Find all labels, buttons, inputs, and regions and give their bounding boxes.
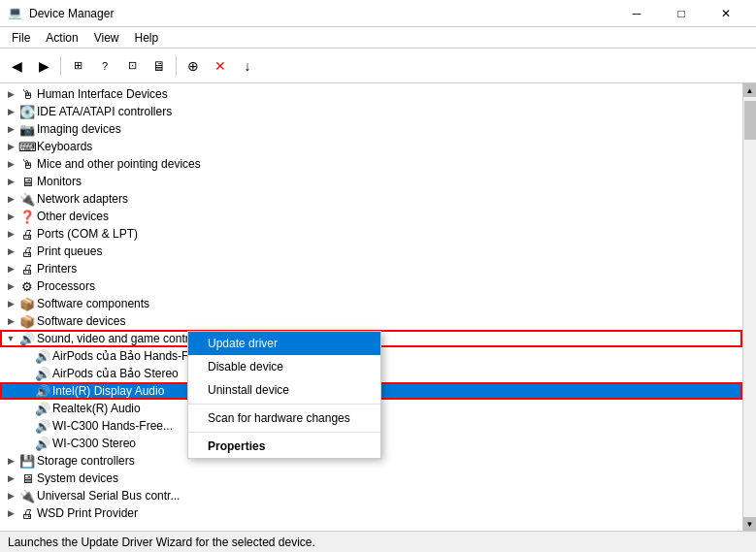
- audio-icon: 🔊: [35, 418, 50, 434]
- expand-arrow: ▶: [4, 140, 17, 153]
- status-text: Launches the Update Driver Wizard for th…: [8, 536, 315, 549]
- menu-view[interactable]: View: [86, 29, 127, 47]
- scroll-up[interactable]: ▲: [743, 83, 757, 97]
- expand-arrow: ▶: [4, 157, 17, 171]
- tree-item-system[interactable]: ▶ 🖥 System devices: [0, 470, 742, 487]
- tree-label: Other devices: [37, 208, 109, 225]
- tree-label: Print queues: [37, 243, 102, 260]
- tree-label: Universal Serial Bus contr...: [37, 487, 180, 504]
- menu-action[interactable]: Action: [38, 29, 85, 47]
- audio-icon: 🔊: [35, 436, 50, 451]
- toolbar-add[interactable]: ⊕: [181, 53, 206, 79]
- expand-arrow: ▶: [4, 471, 17, 485]
- toolbar-properties[interactable]: ⊞: [65, 53, 90, 79]
- context-menu: Update driver Disable device Uninstall d…: [187, 331, 381, 459]
- tree-item-human-interface[interactable]: ▶ 🖱 Human Interface Devices: [0, 85, 742, 103]
- audio-icon: 🔊: [35, 383, 50, 399]
- context-menu-update-driver[interactable]: Update driver: [188, 332, 380, 355]
- tree-item-network[interactable]: ▶ 🔌 Network adapters: [0, 190, 742, 208]
- status-bar: Launches the Update Driver Wizard for th…: [0, 531, 756, 552]
- toolbar-help[interactable]: ?: [92, 53, 117, 79]
- expand-arrow: ▶: [4, 175, 17, 188]
- tree-item-mice[interactable]: ▶ 🖱 Mice and other pointing devices: [0, 155, 742, 173]
- tree-label: Intel(R) Display Audio: [52, 382, 164, 400]
- tree-item-print-queues[interactable]: ▶ 🖨 Print queues: [0, 243, 742, 260]
- audio-icon: 🔊: [35, 348, 50, 364]
- expand-arrow: ▶: [4, 297, 17, 310]
- menu-bar: File Action View Help: [0, 27, 756, 49]
- expand-arrow: ▶: [4, 489, 17, 503]
- context-menu-sep-1: [188, 404, 380, 405]
- main-area: ▶ 🖱 Human Interface Devices ▶ 💽 IDE ATA/…: [0, 83, 756, 531]
- processors-icon: ⚙: [19, 278, 35, 294]
- ports-icon: 🖨: [19, 226, 35, 242]
- tree-label: Monitors: [37, 173, 82, 190]
- sound-icon: 🔊: [19, 331, 35, 346]
- tree-item-software-devices[interactable]: ▶ 📦 Software devices: [0, 312, 742, 330]
- audio-icon: 🔊: [35, 366, 50, 381]
- tree-label: WI-C300 Hands-Free...: [52, 417, 173, 435]
- toolbar-back[interactable]: ◀: [4, 53, 29, 79]
- tree-item-wsd[interactable]: ▶ 🖨 WSD Print Provider: [0, 504, 742, 522]
- tree-item-keyboards[interactable]: ▶ ⌨ Keyboards: [0, 138, 742, 155]
- context-menu-properties[interactable]: Properties: [188, 435, 380, 458]
- tree-item-processors[interactable]: ▶ ⚙ Processors: [0, 277, 742, 295]
- tree-item-printers[interactable]: ▶ 🖨 Printers: [0, 260, 742, 277]
- scroll-track: [743, 97, 757, 517]
- expand-arrow: ▶: [4, 506, 17, 520]
- maximize-button[interactable]: □: [659, 0, 704, 27]
- context-menu-disable-device[interactable]: Disable device: [188, 355, 380, 378]
- audio-icon: 🔊: [35, 401, 50, 416]
- tree-item-usb[interactable]: ▶ 🔌 Universal Serial Bus contr...: [0, 487, 742, 504]
- expand-arrow: ▶: [4, 454, 17, 468]
- context-menu-scan-hardware[interactable]: Scan for hardware changes: [188, 406, 380, 430]
- expand-arrow: ▶: [4, 87, 17, 101]
- expand-arrow: ▶: [4, 262, 17, 276]
- minimize-button[interactable]: ─: [614, 0, 659, 27]
- toolbar-remove[interactable]: ✕: [208, 53, 233, 79]
- toolbar-scan[interactable]: ↓: [235, 53, 260, 79]
- context-menu-sep-2: [188, 432, 380, 433]
- wsd-icon: 🖨: [19, 505, 35, 521]
- scroll-thumb[interactable]: [744, 101, 756, 140]
- window-controls: ─ □ ✕: [614, 0, 748, 27]
- toolbar: ◀ ▶ ⊞ ? ⊡ 🖥 ⊕ ✕ ↓: [0, 49, 756, 83]
- other-icon: ❓: [19, 209, 35, 224]
- expand-arrow: ▶: [4, 227, 17, 241]
- toolbar-grid[interactable]: ⊡: [119, 53, 145, 79]
- context-menu-uninstall-device[interactable]: Uninstall device: [188, 378, 380, 402]
- tree-label: Mice and other pointing devices: [37, 155, 201, 173]
- scroll-down[interactable]: ▼: [743, 517, 757, 531]
- tree-item-ide[interactable]: ▶ 💽 IDE ATA/ATAPI controllers: [0, 103, 742, 120]
- printers-icon: 🖨: [19, 261, 35, 276]
- storage-icon: 💾: [19, 453, 35, 469]
- tree-label: Realtek(R) Audio: [52, 400, 141, 417]
- menu-file[interactable]: File: [4, 29, 38, 47]
- system-icon: 🖥: [19, 471, 35, 486]
- network-icon: 🔌: [19, 191, 35, 207]
- device-tree[interactable]: ▶ 🖱 Human Interface Devices ▶ 💽 IDE ATA/…: [0, 83, 742, 531]
- tree-item-monitors[interactable]: ▶ 🖥 Monitors: [0, 173, 742, 190]
- close-button[interactable]: ✕: [704, 0, 748, 27]
- tree-label: Processors: [37, 277, 95, 295]
- tree-item-other[interactable]: ▶ ❓ Other devices: [0, 208, 742, 225]
- scrollbar[interactable]: ▲ ▼: [742, 83, 756, 531]
- tree-item-ports[interactable]: ▶ 🖨 Ports (COM & LPT): [0, 225, 742, 243]
- expand-arrow: ▶: [4, 314, 17, 328]
- tree-label: WI-C300 Stereo: [52, 435, 136, 452]
- expand-arrow: ▼: [4, 332, 17, 345]
- tree-item-imaging[interactable]: ▶ 📷 Imaging devices: [0, 120, 742, 138]
- tree-item-software-components[interactable]: ▶ 📦 Software components: [0, 295, 742, 312]
- tree-label: Imaging devices: [37, 120, 121, 138]
- toolbar-monitor[interactable]: 🖥: [147, 53, 172, 79]
- tree-label: Ports (COM & LPT): [37, 225, 138, 243]
- menu-help[interactable]: Help: [127, 29, 167, 47]
- expand-arrow: ▶: [4, 192, 17, 206]
- expand-arrow: ▶: [4, 105, 17, 118]
- tree-label: Network adapters: [37, 190, 128, 208]
- toolbar-forward[interactable]: ▶: [31, 53, 56, 79]
- toolbar-sep-1: [60, 56, 61, 76]
- tree-label: WSD Print Provider: [37, 504, 138, 522]
- title-bar: 💻 Device Manager ─ □ ✕: [0, 0, 756, 27]
- window-icon: 💻: [8, 6, 23, 21]
